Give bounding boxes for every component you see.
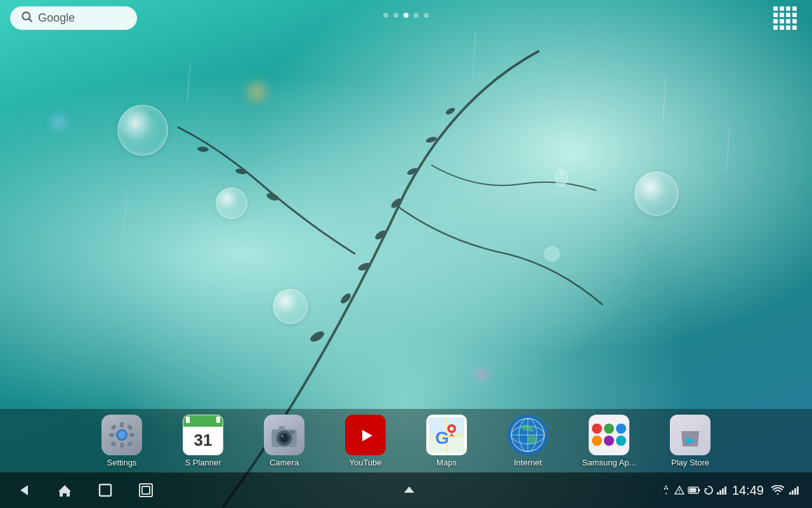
svg-line-19: [29, 18, 32, 22]
home-button[interactable]: [53, 479, 76, 502]
all-apps-button[interactable]: [768, 1, 802, 35]
youtube-icon: [345, 415, 386, 455]
page-dot-5[interactable]: [424, 13, 429, 18]
battery-icon: [688, 486, 700, 495]
nav-center: [398, 479, 421, 502]
warning-icon: [674, 485, 684, 495]
page-dot-4[interactable]: [414, 13, 419, 18]
svg-point-17: [544, 246, 560, 262]
svg-rect-73: [797, 486, 799, 495]
page-dot-3[interactable]: [403, 13, 409, 18]
svg-rect-71: [792, 490, 794, 495]
app-settings[interactable]: Settings: [81, 411, 162, 471]
svg-point-9: [235, 168, 247, 175]
svg-point-10: [197, 146, 209, 152]
recent-apps-button[interactable]: [94, 479, 117, 502]
svg-point-0: [309, 330, 326, 344]
page-indicators: [383, 13, 429, 18]
sync-icon: [704, 485, 714, 495]
navigation-bar: 14:49: [0, 472, 812, 508]
app-youtube[interactable]: YouTube: [325, 411, 406, 471]
splanner-icon: 31: [183, 415, 223, 455]
svg-rect-67: [719, 490, 721, 495]
internet-label: Internet: [514, 458, 542, 467]
camera-label: Camera: [270, 458, 299, 467]
playstore-label: Play Store: [671, 458, 709, 467]
status-icons: [661, 485, 727, 495]
google-label: Google: [38, 11, 75, 25]
svg-rect-58: [142, 486, 150, 494]
top-bar: Google: [0, 0, 812, 36]
maps-icon: G: [426, 415, 467, 455]
svg-rect-26: [110, 424, 117, 431]
svg-rect-29: [127, 441, 133, 447]
svg-text:G: G: [435, 428, 449, 448]
svg-point-21: [119, 432, 125, 438]
maps-label: Maps: [436, 458, 457, 467]
app-camera[interactable]: Camera: [244, 411, 325, 471]
svg-point-59: [665, 486, 667, 488]
up-button[interactable]: [398, 479, 421, 502]
settings-label: Settings: [107, 458, 137, 467]
svg-rect-28: [110, 441, 117, 447]
network-icon: [789, 486, 799, 495]
settings-icon: [102, 415, 142, 455]
page-dot-2[interactable]: [393, 13, 398, 18]
signal-icon: [717, 486, 727, 495]
bubble-2: [216, 187, 247, 219]
grid-icon: [773, 6, 797, 30]
svg-line-12: [473, 32, 476, 76]
search-icon: [20, 10, 33, 26]
youtube-label: YouTube: [349, 458, 381, 467]
status-bar: 14:49: [661, 483, 799, 498]
google-search-bar[interactable]: Google: [10, 6, 137, 30]
svg-rect-69: [724, 486, 726, 495]
svg-rect-72: [794, 488, 796, 495]
bubble-1: [117, 105, 168, 156]
screenshot-button[interactable]: [134, 479, 157, 502]
svg-rect-64: [698, 489, 700, 491]
svg-rect-66: [717, 492, 719, 495]
svg-rect-56: [100, 485, 111, 496]
page-dot-1[interactable]: [383, 13, 388, 18]
svg-line-13: [663, 76, 666, 121]
svg-rect-36: [290, 431, 294, 434]
svg-rect-24: [109, 433, 114, 437]
samsung-label: Samsung Ap...: [582, 458, 636, 467]
svg-rect-23: [120, 443, 124, 448]
svg-point-18: [22, 12, 30, 20]
svg-line-14: [726, 127, 730, 171]
playstore-icon: [670, 415, 710, 455]
svg-line-15: [124, 190, 127, 235]
svg-rect-35: [278, 426, 285, 431]
wifi-icon: [771, 485, 784, 495]
svg-point-7: [445, 107, 456, 116]
svg-rect-68: [722, 488, 724, 495]
bubble-4: [634, 171, 679, 216]
splanner-label: S Planner: [185, 458, 221, 467]
app-playstore[interactable]: Play Store: [650, 411, 731, 471]
app-splanner[interactable]: 31 S Planner: [162, 411, 244, 471]
app-maps[interactable]: G Maps: [406, 411, 487, 471]
svg-rect-27: [127, 424, 133, 431]
internet-icon: [508, 415, 548, 455]
svg-rect-63: [689, 488, 696, 493]
bubble-3: [273, 289, 308, 324]
nav-left-buttons: [13, 479, 157, 502]
app-internet[interactable]: Internet: [487, 411, 568, 471]
svg-point-61: [679, 492, 680, 493]
svg-rect-70: [789, 492, 791, 495]
svg-point-46: [450, 427, 454, 431]
samsung-icon: [589, 415, 629, 455]
svg-rect-22: [120, 422, 124, 427]
usb-icon: [661, 485, 671, 495]
back-button[interactable]: [13, 479, 36, 502]
svg-point-34: [281, 435, 284, 438]
app-dock: Settings 31 S Planner: [0, 409, 812, 472]
app-samsung[interactable]: Samsung Ap...: [568, 411, 650, 471]
svg-line-11: [187, 64, 190, 102]
camera-icon: [264, 415, 304, 455]
svg-rect-25: [129, 433, 134, 437]
status-time: 14:49: [732, 483, 764, 498]
